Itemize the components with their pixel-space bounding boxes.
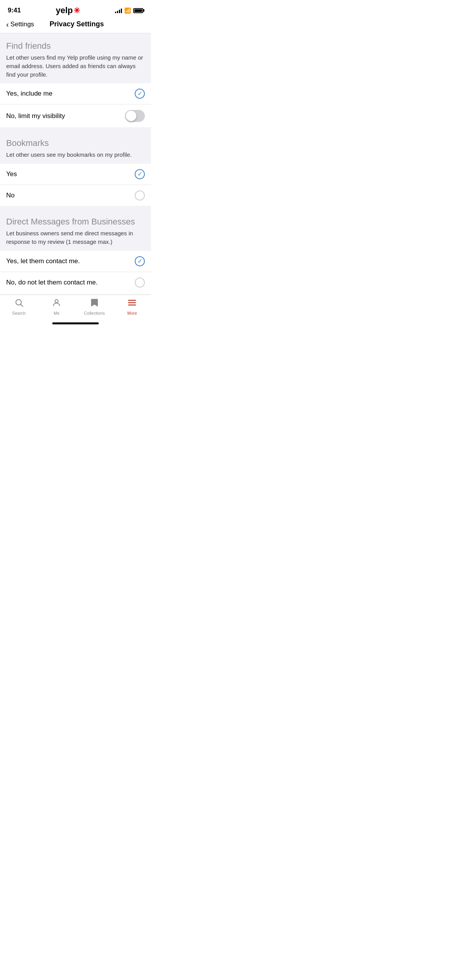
- tab-more[interactable]: More: [113, 298, 151, 315]
- person-icon: [52, 298, 61, 310]
- bookmarks-yes-label: Yes: [6, 170, 17, 178]
- section-divider-2: [0, 206, 151, 209]
- section-divider: [0, 127, 151, 130]
- direct-messages-title: Direct Messages from Businesses: [6, 217, 145, 227]
- checkmark-icon: ✓: [137, 258, 142, 264]
- svg-point-2: [55, 300, 58, 303]
- svg-line-1: [21, 305, 23, 307]
- checkmark-icon: ✓: [137, 91, 142, 97]
- status-bar: 9:41 yelp✳ 📶: [0, 0, 151, 17]
- tab-search-label: Search: [12, 311, 26, 315]
- checkmark-icon: ✓: [137, 171, 142, 177]
- yes-contact-option[interactable]: Yes, let them contact me. ✓: [0, 251, 151, 272]
- yes-include-option[interactable]: Yes, include me ✓: [0, 83, 151, 105]
- content-area: Find friends Let other users find my Yel…: [0, 33, 151, 292]
- back-button[interactable]: ‹ Settings: [6, 21, 34, 28]
- bookmarks-options: Yes ✓ No: [0, 164, 151, 206]
- bookmarks-yes-option[interactable]: Yes ✓: [0, 164, 151, 185]
- no-limit-label: No, limit my visibility: [6, 112, 65, 120]
- yes-include-radio[interactable]: ✓: [135, 89, 145, 99]
- tab-me-label: Me: [54, 311, 60, 315]
- bookmarks-title: Bookmarks: [6, 138, 145, 148]
- tab-collections-label: Collections: [84, 311, 105, 315]
- tab-bar: Search Me Collections More: [0, 295, 151, 327]
- direct-messages-desc: Let business owners send me direct messa…: [6, 229, 145, 246]
- bookmarks-desc: Let other users see my bookmarks on my p…: [6, 151, 145, 159]
- bookmarks-section: Bookmarks Let other users see my bookmar…: [0, 130, 151, 164]
- wifi-icon: 📶: [124, 7, 131, 14]
- yes-include-label: Yes, include me: [6, 90, 52, 98]
- direct-messages-section: Direct Messages from Businesses Let busi…: [0, 209, 151, 251]
- status-time: 9:41: [8, 7, 21, 14]
- yelp-logo: yelp✳: [56, 5, 80, 15]
- no-contact-radio[interactable]: [135, 278, 145, 288]
- tab-me[interactable]: Me: [38, 298, 76, 315]
- bookmarks-yes-radio[interactable]: ✓: [135, 169, 145, 179]
- find-friends-title: Find friends: [6, 41, 145, 51]
- tab-search[interactable]: Search: [0, 298, 38, 315]
- back-label: Settings: [10, 21, 34, 28]
- no-contact-option[interactable]: No, do not let them contact me.: [0, 272, 151, 292]
- back-chevron-icon: ‹: [6, 21, 9, 28]
- status-icons: 📶: [115, 7, 143, 14]
- yelp-star-icon: ✳: [74, 6, 80, 15]
- bookmarks-no-option[interactable]: No: [0, 185, 151, 206]
- bookmarks-no-radio[interactable]: [135, 190, 145, 200]
- signal-icon: [115, 8, 122, 13]
- bookmark-icon: [90, 298, 99, 310]
- no-contact-label: No, do not let them contact me.: [6, 279, 98, 286]
- find-friends-desc: Let other users find my Yelp profile usi…: [6, 53, 145, 79]
- home-indicator: [52, 322, 99, 324]
- find-friends-options: Yes, include me ✓ No, limit my visibilit…: [0, 83, 151, 127]
- tab-collections[interactable]: Collections: [76, 298, 113, 315]
- nav-header: ‹ Settings Privacy Settings: [0, 17, 151, 33]
- no-limit-toggle[interactable]: [125, 110, 145, 122]
- direct-messages-options: Yes, let them contact me. ✓ No, do not l…: [0, 251, 151, 292]
- yes-contact-label: Yes, let them contact me.: [6, 257, 80, 265]
- bookmarks-no-label: No: [6, 192, 15, 199]
- menu-icon: [127, 298, 137, 310]
- no-limit-option[interactable]: No, limit my visibility: [0, 105, 151, 127]
- toggle-knob: [126, 111, 136, 121]
- search-icon: [14, 298, 24, 310]
- tab-more-label: More: [127, 311, 137, 315]
- find-friends-section: Find friends Let other users find my Yel…: [0, 33, 151, 83]
- page-title: Privacy Settings: [50, 20, 104, 28]
- yes-contact-radio[interactable]: ✓: [135, 256, 145, 266]
- battery-icon: [133, 8, 143, 13]
